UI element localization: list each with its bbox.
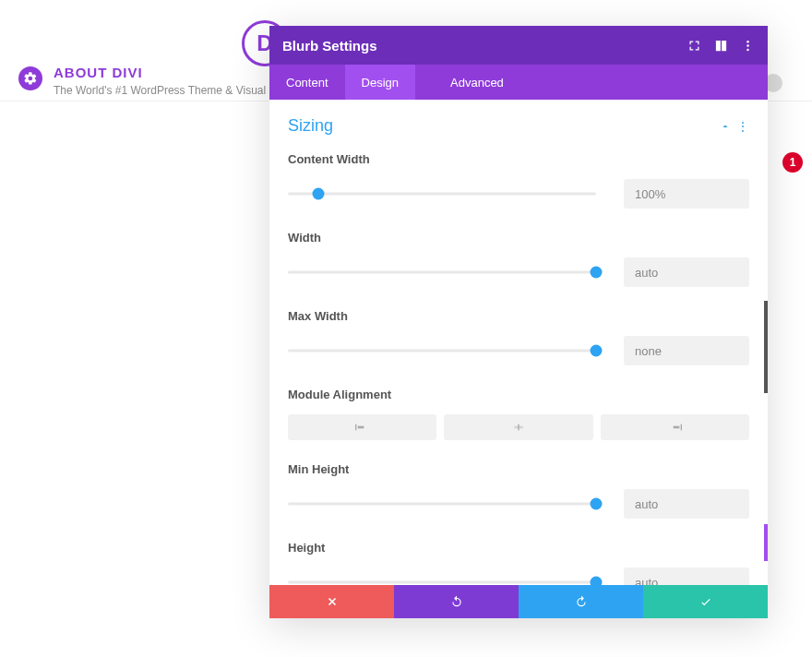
section-sizing-header[interactable]: Sizing ⋮ (288, 116, 749, 136)
kebab-icon[interactable] (741, 39, 755, 53)
gear-icon (18, 66, 42, 90)
modal-header: Blurb Settings (269, 26, 768, 65)
save-button[interactable] (643, 585, 768, 618)
field-width: Width auto (288, 231, 749, 287)
align-right-button[interactable] (601, 414, 749, 440)
undo-button[interactable] (394, 585, 519, 618)
content-width-slider[interactable] (288, 192, 596, 196)
content-width-input[interactable]: 100% (624, 179, 749, 209)
align-center-button[interactable] (444, 414, 592, 440)
tab-content[interactable]: Content (269, 65, 345, 100)
min-height-input[interactable]: auto (624, 489, 749, 519)
align-left-button[interactable] (288, 414, 436, 440)
svg-rect-5 (681, 424, 682, 431)
tab-design[interactable]: Design (345, 65, 415, 100)
min-height-slider[interactable] (288, 502, 596, 506)
field-module-alignment: Module Alignment (288, 388, 749, 440)
svg-point-0 (746, 40, 749, 42)
scroll-indicator (764, 301, 768, 393)
field-label: Module Alignment (288, 388, 749, 401)
annotation-badge: 1 (782, 152, 803, 173)
field-label: Height (288, 541, 749, 555)
field-height: Height auto (288, 541, 749, 585)
tab-bar: Content Design Advanced (269, 65, 768, 100)
field-content-width: Content Width 100% (288, 152, 749, 209)
settings-modal: Blurb Settings Content Design Advanced S… (269, 26, 768, 618)
height-input[interactable]: auto (624, 567, 749, 585)
columns-icon[interactable] (714, 39, 728, 53)
field-max-width: Max Width none (288, 309, 749, 365)
height-slider[interactable] (288, 580, 596, 584)
modal-title: Blurb Settings (282, 38, 377, 54)
cancel-button[interactable] (269, 585, 394, 618)
field-label: Max Width (288, 309, 749, 323)
section-title: Sizing (288, 116, 333, 136)
max-width-slider[interactable] (288, 349, 596, 352)
field-label: Content Width (288, 152, 749, 166)
modal-footer (269, 585, 768, 618)
field-label: Min Height (288, 462, 749, 476)
expand-icon[interactable] (687, 39, 701, 53)
svg-rect-3 (355, 424, 356, 431)
chevron-up-icon[interactable] (720, 121, 731, 132)
max-width-input[interactable]: none (624, 336, 749, 365)
field-min-height: Min Height auto (288, 462, 749, 519)
width-slider[interactable] (288, 270, 596, 274)
tab-advanced[interactable]: Advanced (434, 65, 520, 100)
scroll-indicator-accent (764, 524, 768, 561)
modal-body: Sizing ⋮ Content Width 100% Width (269, 100, 768, 585)
width-input[interactable]: auto (624, 257, 749, 287)
field-label: Width (288, 231, 749, 245)
svg-point-1 (746, 44, 749, 47)
kebab-icon[interactable]: ⋮ (736, 119, 749, 134)
redo-button[interactable] (519, 585, 643, 618)
svg-point-2 (746, 48, 749, 51)
